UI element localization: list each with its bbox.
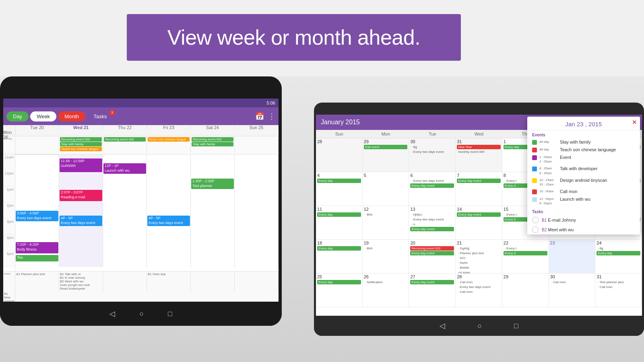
month-cell-21[interactable]: 21· Gghhjj· Planner plus test· Grh· Huhh… [456, 240, 502, 274]
day-col-sun [235, 154, 279, 267]
popup-event-row: 12 : 00pm9 : 00pm Launch with wu [527, 195, 640, 207]
month-cell-23[interactable]: 23 [549, 240, 596, 274]
day-header-fri: Fri 23 [147, 125, 191, 130]
status-bar-left: 5:06 [3, 99, 279, 107]
event-dot-red [532, 148, 537, 152]
tasks-row: tasks A1 Planner plus test B1 Talk with … [3, 271, 279, 302]
day-col-fri: 4P - 5PEvery two days event [147, 154, 191, 267]
popup-tasks-label: Tasks [527, 207, 640, 215]
day-header-thu: Thu 22 [103, 125, 147, 130]
allday-event: Teach son chinese langue [148, 137, 190, 142]
allday-tue [15, 136, 59, 152]
event-block: 4P - 5PEvery two days event [60, 216, 102, 226]
android-nav-right: ◁ ○ □ [314, 316, 644, 336]
event-dot-green [532, 140, 537, 145]
month-cell-12[interactable]: 12· Bhh [363, 206, 409, 240]
popup-event-row: 1 : 05am2 : 05am Event [527, 154, 640, 165]
task-cell-mon: B1 New version Tinyscan [3, 291, 15, 302]
tab-day[interactable]: Day [6, 111, 29, 121]
tablet-left: 5:06 Day Week Month Tasks 3 📅 ⋮ Tue 20 W… [0, 76, 282, 326]
month-cell-30b[interactable]: 30· Call mon [549, 274, 596, 307]
month-cell-20[interactable]: 20Recurring event 002Every day event [409, 240, 456, 274]
event-block: 11:58 - 12:56PGuhhhhh [60, 158, 102, 172]
tab-tasks[interactable]: Tasks 3 [87, 111, 113, 121]
popup-event-time: 10 : 15am10 : 15am [539, 178, 557, 187]
nav-home[interactable]: ○ [139, 310, 144, 318]
month-cell-7[interactable]: 7Every day event [456, 172, 502, 206]
event-block: 3:56P - 4:56PEvery two days event [16, 211, 58, 221]
left-screen: 5:06 Day Week Month Tasks 3 📅 ⋮ Tue 20 W… [3, 99, 279, 302]
month-cell-31[interactable]: 31New Yearmonthly event 005 [456, 138, 502, 172]
day-hdr-mon: Mon [363, 130, 409, 138]
month-cell-24[interactable]: 24· BjjEvery day [595, 240, 642, 274]
month-cell-28b[interactable]: 28· Call mon· Every two days event· Call… [456, 274, 502, 307]
more-icon[interactable]: ⋮ [268, 112, 275, 121]
day-header-wed: Wed 21 [59, 125, 103, 130]
day-hdr-sun: Sun [316, 130, 363, 138]
popup-event-name: Design android tinyscan [560, 178, 635, 183]
android-nav-left: ◁ ○ □ [0, 302, 282, 326]
allday-fri: Teach son chinese langue [147, 136, 191, 152]
task-cell-fri: B1 Goto anji [147, 272, 191, 291]
nav-recent[interactable]: □ [168, 310, 172, 318]
nav-home-right[interactable]: ○ [477, 322, 482, 330]
time-slot: 3pm [3, 219, 15, 235]
month-cell-26[interactable]: 26· Notification [363, 274, 409, 307]
month-cell-31b[interactable]: 31· Test planner plus· Call mon [595, 274, 642, 307]
month-cell-14[interactable]: 14Every day event [456, 206, 502, 240]
calendar-tabs: Day Week Month Tasks 3 📅 ⋮ [3, 107, 279, 125]
month-cell-13[interactable]: 13· hjhjhu· Every two days event· nEvery… [409, 206, 456, 240]
popup-close-button[interactable]: ✕ [632, 119, 637, 125]
month-cell-6[interactable]: 6· Every two days eventEvery day event [409, 172, 456, 206]
popup-event-time: 10 : 00am [539, 189, 557, 193]
popup-task-row: B1E-mail Johnny [527, 215, 640, 225]
popup-event-name: Launch with wu [560, 197, 635, 202]
month-cell-29[interactable]: 29Call event [363, 138, 409, 172]
time-slot: 4pm [3, 235, 15, 251]
calendar-icon[interactable]: 📅 [255, 112, 264, 121]
event-dot-blue [532, 167, 537, 171]
month-cell-30[interactable]: 30· Bjj· Every two days event [409, 138, 456, 172]
month-cell-27[interactable]: 27Every day event [409, 274, 456, 307]
event-block: 12P - 1PLaunch with wu [103, 163, 146, 174]
time-slot: 5pm [3, 251, 15, 267]
month-cell-28[interactable]: 28 [316, 138, 363, 172]
calendar-body: 11am 12pm 1pm 2pm 3pm 4pm 5pm 3:56P - 4:… [3, 154, 279, 271]
month-cell-18[interactable]: 18Every day [316, 240, 363, 274]
month-cell-29b[interactable]: 29 [502, 274, 549, 307]
popup-event-row: 10 : 00am Call mon [527, 188, 640, 195]
month-cell-5[interactable]: 5 [363, 172, 409, 206]
allday-sat: Recurring event 002 Stay with family [191, 136, 235, 152]
time-slot: 12pm [3, 171, 15, 187]
task-checkbox[interactable] [532, 217, 539, 223]
nav-recent-right[interactable]: □ [514, 322, 518, 330]
month-cell-25[interactable]: 25Every day [316, 274, 363, 307]
detail-popup: Jan 23 , 2015 ✕ Events All day Stay with… [527, 117, 640, 234]
event-block: 4P - 5PEvery two days event [147, 216, 190, 226]
popup-event-row: All day Teach son chinese language [527, 146, 640, 154]
tab-month[interactable]: Month [58, 111, 85, 121]
task-checkbox[interactable] [532, 226, 539, 233]
month-cell-4[interactable]: 4Every day [316, 172, 363, 206]
time-slot: 2pm [3, 203, 15, 219]
event-block: Tea [16, 255, 58, 261]
popup-date: Jan 23 , 2015 [532, 121, 635, 128]
nav-back-right[interactable]: ◁ [440, 321, 445, 330]
allday-event: Stay with family [60, 142, 102, 146]
month-cell-22[interactable]: 22· Every tEvery d [502, 240, 549, 274]
month-cell-11[interactable]: 11Every day [316, 206, 363, 240]
popup-event-name: Teach son chinese language [560, 147, 635, 152]
allday-wed: Recurring event 002 Stay with family Tea… [59, 136, 103, 152]
popup-event-name: Event [560, 155, 635, 160]
tablet-right: January 2015 Day Week Month Sun Mon Tue … [314, 103, 644, 336]
popup-events-label: Events [527, 130, 640, 138]
popup-header: Jan 23 , 2015 ✕ [527, 117, 640, 130]
popup-task-row: B2Meet with wu [527, 225, 640, 234]
nav-back[interactable]: ◁ [109, 309, 115, 318]
status-time: 5:06 [267, 101, 275, 105]
task-cell-wed: B1 Talk with ui B1 E-mail Johnny B2 Meet… [59, 272, 103, 291]
tab-week[interactable]: Week [30, 111, 56, 121]
day-col-thu: 12P - 1PLaunch with wu [103, 154, 147, 267]
month-cell-19[interactable]: 19· Btrh [363, 240, 409, 274]
allday-bar: all day Recurring event 002 Stay with fa… [3, 136, 279, 154]
